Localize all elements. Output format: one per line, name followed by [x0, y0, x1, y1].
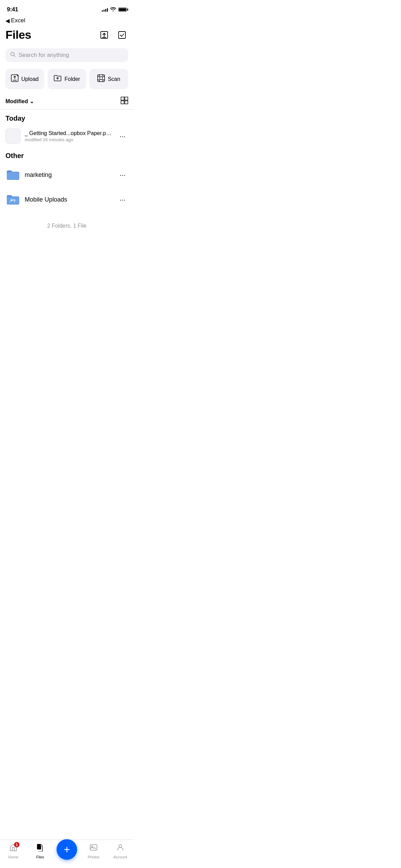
- page-header: Files: [0, 25, 134, 46]
- folder-name-marketing: marketing: [25, 171, 113, 179]
- back-nav[interactable]: ◀ Excel: [0, 16, 134, 25]
- folder-action-icon: [53, 75, 62, 83]
- upload-action-button[interactable]: Upload: [5, 69, 44, 89]
- svg-point-11: [11, 199, 13, 201]
- svg-rect-8: [125, 97, 128, 100]
- svg-rect-5: [98, 75, 105, 82]
- upload-action-label: Upload: [21, 76, 39, 82]
- svg-rect-7: [121, 97, 124, 100]
- section-header-other: Other: [0, 147, 134, 162]
- section-header-today: Today: [0, 110, 134, 125]
- folder-action-button[interactable]: Folder: [48, 69, 86, 89]
- folder-name-mobile-uploads: Mobile Uploads: [25, 196, 113, 203]
- search-icon: [10, 52, 16, 59]
- folder-item-marketing[interactable]: marketing ···: [0, 162, 134, 187]
- folder-item-mobile-uploads[interactable]: Mobile Uploads ···: [0, 187, 134, 212]
- folder-icon-mobile-uploads: [5, 192, 21, 207]
- grid-view-button[interactable]: [121, 97, 128, 106]
- wifi-icon: [110, 7, 116, 13]
- header-actions: [98, 29, 128, 41]
- search-bar[interactable]: Search for anything: [5, 48, 128, 62]
- status-time: 9:41: [7, 6, 18, 13]
- svg-rect-9: [121, 101, 124, 104]
- svg-rect-1: [119, 32, 125, 38]
- file-meta: modified 26 minutes ago: [25, 137, 113, 142]
- search-placeholder: Search for anything: [19, 52, 69, 59]
- svg-rect-10: [125, 101, 128, 104]
- file-item[interactable]: _ Getting Started...opbox Paper.paper mo…: [0, 125, 134, 147]
- status-bar: 9:41: [0, 0, 134, 16]
- svg-point-4: [17, 75, 18, 76]
- sort-bar: Modified ⌄: [0, 95, 134, 110]
- scan-action-label: Scan: [108, 76, 120, 82]
- action-buttons: Upload Folder Scan: [0, 68, 134, 95]
- file-thumbnail: [5, 129, 21, 144]
- svg-rect-6: [100, 77, 102, 80]
- upload-action-icon: [11, 74, 19, 84]
- select-button[interactable]: [116, 29, 128, 41]
- check-square-icon: [118, 31, 126, 39]
- upload-icon: [100, 31, 109, 39]
- file-info: _ Getting Started...opbox Paper.paper mo…: [25, 130, 113, 142]
- sort-label-text: Modified: [5, 98, 28, 105]
- status-icons: [102, 7, 127, 13]
- scan-action-icon: [97, 74, 105, 84]
- battery-icon: [118, 8, 127, 12]
- back-arrow-icon: ◀: [5, 17, 10, 24]
- summary-text: 2 Folders, 1 File: [0, 212, 134, 240]
- scan-action-button[interactable]: Scan: [89, 69, 128, 89]
- page-title: Files: [5, 28, 31, 41]
- folder-action-label: Folder: [64, 76, 80, 82]
- file-name: _ Getting Started...opbox Paper.paper: [25, 130, 113, 136]
- signal-icon: [102, 8, 108, 12]
- upload-button[interactable]: [98, 29, 110, 41]
- folder-icon-marketing: [5, 167, 21, 182]
- file-more-button[interactable]: ···: [117, 131, 128, 142]
- back-label: Excel: [11, 17, 25, 24]
- sort-chevron-icon: ⌄: [29, 98, 34, 105]
- folder-more-button-marketing[interactable]: ···: [117, 170, 128, 180]
- folder-more-button-mobile-uploads[interactable]: ···: [117, 194, 128, 205]
- sort-button[interactable]: Modified ⌄: [5, 98, 34, 105]
- search-container: Search for anything: [0, 46, 134, 68]
